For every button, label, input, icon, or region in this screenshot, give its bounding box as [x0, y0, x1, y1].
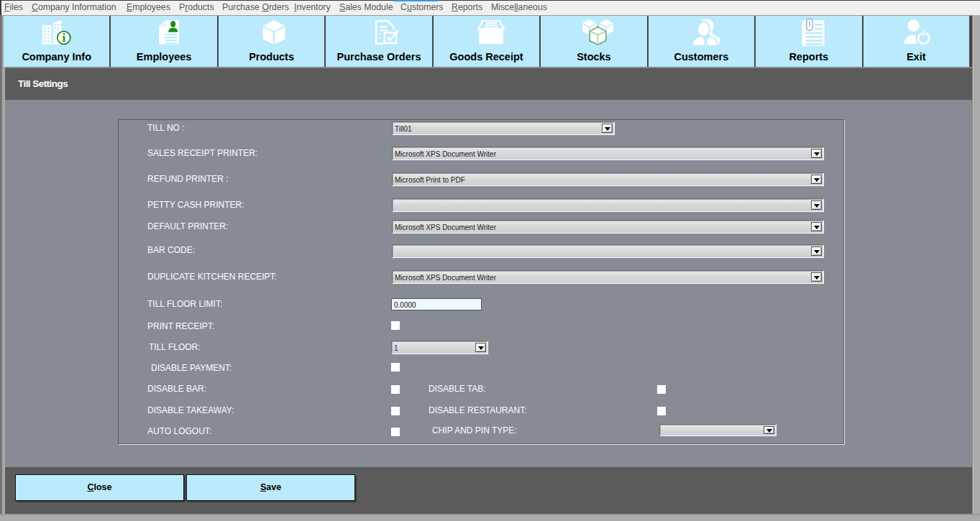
svg-text:i: i — [63, 31, 66, 45]
